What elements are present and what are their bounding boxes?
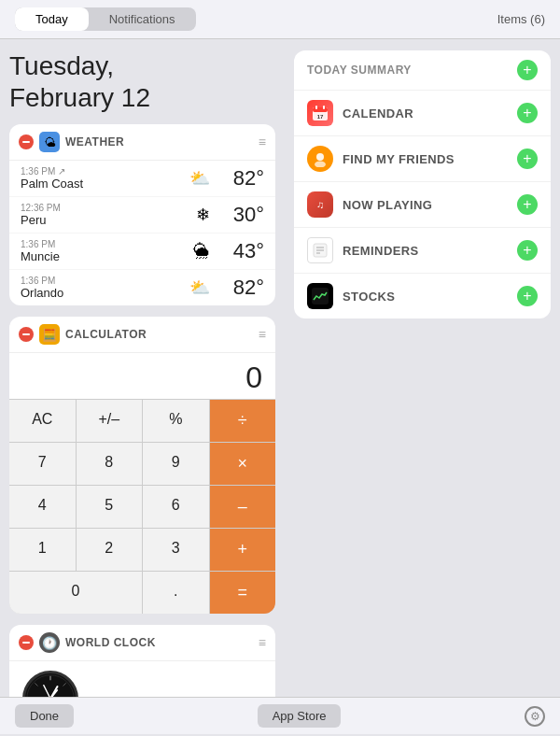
calc-btn-5[interactable]: 5: [77, 486, 143, 528]
calc-btn-9[interactable]: 9: [143, 443, 209, 485]
worldclock-content: Paris: [9, 661, 275, 697]
today-summary-add-btn[interactable]: +: [517, 60, 538, 80]
calc-btn-percent[interactable]: %: [143, 400, 209, 442]
weather-temp-3: 82°: [217, 276, 264, 300]
done-button[interactable]: Done: [15, 704, 74, 728]
weather-icon: 🌤: [39, 132, 60, 152]
stocks-icon: [307, 283, 333, 309]
calculator-display: 0: [9, 353, 275, 399]
music-svg: ♫: [312, 196, 329, 213]
weather-condition-0: ⛅: [189, 168, 210, 189]
calc-btn-minus[interactable]: –: [210, 486, 276, 528]
weather-time-3: 1:36 PM: [21, 276, 182, 286]
svg-rect-14: [315, 106, 317, 109]
weather-time-0: 1:36 PM ↗: [21, 166, 182, 177]
right-panel-calendar-add-btn[interactable]: +: [517, 103, 538, 123]
right-panel-stocks-label: STOCKS: [343, 290, 517, 304]
items-count: Items (6): [497, 12, 545, 26]
calculator-grid: AC +/– % ÷ 7 8 9 × 4 5 6 – 1 2 3 + 0: [9, 399, 275, 614]
calc-btn-divide[interactable]: ÷: [210, 400, 276, 442]
bottom-bar: Done App Store ⚙: [0, 697, 560, 734]
calc-btn-plus[interactable]: +: [210, 529, 276, 571]
weather-loc-3: Orlando: [21, 286, 182, 300]
weather-title: WEATHER: [65, 135, 259, 149]
calc-btn-multiply[interactable]: ×: [210, 443, 276, 485]
weather-temp-0: 82°: [217, 166, 264, 191]
weather-header: 🌤 WEATHER ≡: [9, 124, 275, 161]
settings-icon[interactable]: ⚙: [525, 706, 545, 727]
right-panel-item-stocks: STOCKS +: [294, 274, 551, 318]
worldclock-icon: 🕐: [39, 632, 60, 653]
right-panel-reminders-add-btn[interactable]: +: [517, 240, 538, 261]
calc-btn-3[interactable]: 3: [143, 529, 209, 571]
date-line2: February 12: [9, 83, 150, 112]
right-panel-friends-label: FIND MY FRIENDS: [343, 152, 517, 166]
weather-time-2: 1:36 PM: [21, 239, 186, 249]
date-header: Tuesday, February 12: [9, 50, 275, 113]
calc-btn-6[interactable]: 6: [143, 486, 209, 528]
main-layout: Tuesday, February 12 🌤 WEATHER ≡ 1:36 PM…: [0, 39, 560, 697]
calc-btn-0[interactable]: 0: [9, 572, 142, 614]
weather-loc-0: Palm Coast: [21, 177, 182, 191]
weather-temp-2: 43°: [217, 239, 264, 263]
friends-svg: [312, 150, 329, 167]
tab-notifications[interactable]: Notifications: [89, 7, 196, 31]
weather-time-1: 12:36 PM: [21, 203, 189, 213]
svg-line-9: [50, 690, 57, 697]
calendar-svg: 17: [312, 105, 329, 121]
calc-btn-equals[interactable]: =: [210, 572, 276, 614]
calculator-menu-icon[interactable]: ≡: [259, 327, 266, 342]
weather-temp-1: 30°: [217, 203, 264, 227]
right-panel: TODAY SUMMARY + 17 CALENDAR +: [285, 39, 560, 697]
calculator-widget: 🧮 CALCULATOR ≡ 0 AC +/– % ÷ 7 8 9 × 4 5 …: [9, 317, 275, 614]
tab-today[interactable]: Today: [15, 7, 89, 31]
calc-btn-1[interactable]: 1: [9, 529, 76, 571]
right-panel-stocks-add-btn[interactable]: +: [517, 286, 538, 306]
calc-btn-4[interactable]: 4: [9, 486, 76, 528]
calc-btn-sign[interactable]: +/–: [77, 400, 143, 442]
worldclock-widget: 🕐 WORLD CLOCK ≡: [9, 625, 275, 697]
right-panel-friends-add-btn[interactable]: +: [517, 149, 538, 169]
weather-row-1: 12:36 PM Peru ❄ 30°: [9, 197, 275, 234]
calculator-remove-btn[interactable]: [19, 327, 34, 342]
weather-widget: 🌤 WEATHER ≡ 1:36 PM ↗ Palm Coast ⛅ 82° 1…: [9, 124, 275, 305]
tab-group: Today Notifications: [15, 7, 196, 31]
date-line1: Tuesday,: [9, 51, 114, 80]
weather-menu-icon[interactable]: ≡: [259, 134, 266, 149]
weather-row-3: 1:36 PM Orlando ⛅ 82°: [9, 270, 275, 305]
calculator-header: 🧮 CALCULATOR ≡: [9, 317, 275, 353]
right-panel-calendar-label: CALENDAR: [343, 106, 517, 120]
weather-row-0: 1:36 PM ↗ Palm Coast ⛅ 82°: [9, 161, 275, 197]
calc-btn-7[interactable]: 7: [9, 443, 76, 485]
svg-rect-15: [323, 106, 325, 109]
today-summary-header: TODAY SUMMARY +: [294, 50, 551, 91]
calc-btn-2[interactable]: 2: [77, 529, 143, 571]
calc-btn-ac[interactable]: AC: [9, 400, 76, 442]
top-bar: Today Notifications Items (6): [0, 0, 560, 39]
today-summary-card: TODAY SUMMARY + 17 CALENDAR +: [294, 50, 551, 318]
worldclock-header: 🕐 WORLD CLOCK ≡: [9, 625, 275, 661]
clock-face: [22, 671, 78, 697]
svg-point-18: [315, 162, 326, 168]
weather-remove-btn[interactable]: [19, 134, 34, 149]
worldclock-menu-icon[interactable]: ≡: [259, 635, 266, 650]
right-panel-music-label: NOW PLAYING: [343, 198, 517, 212]
weather-loc-1: Peru: [21, 213, 189, 227]
right-panel-item-friends: FIND MY FRIENDS +: [294, 136, 551, 182]
friends-icon: [307, 146, 333, 172]
svg-text:♫: ♫: [316, 199, 324, 210]
worldclock-remove-btn[interactable]: [19, 635, 34, 650]
calc-btn-8[interactable]: 8: [77, 443, 143, 485]
appstore-button[interactable]: App Store: [258, 704, 342, 728]
right-panel-music-add-btn[interactable]: +: [517, 194, 538, 215]
right-panel-reminders-label: REMINDERS: [343, 244, 517, 258]
calc-btn-dot[interactable]: .: [143, 572, 209, 614]
weather-loc-2: Muncie: [21, 249, 186, 263]
svg-line-5: [63, 684, 66, 686]
svg-rect-13: [313, 107, 328, 112]
svg-line-8: [35, 684, 37, 686]
weather-condition-3: ⛅: [189, 277, 210, 298]
reminders-svg: [312, 242, 329, 259]
calendar-icon: 17: [307, 100, 333, 126]
right-panel-item-music: ♫ NOW PLAYING +: [294, 182, 551, 228]
